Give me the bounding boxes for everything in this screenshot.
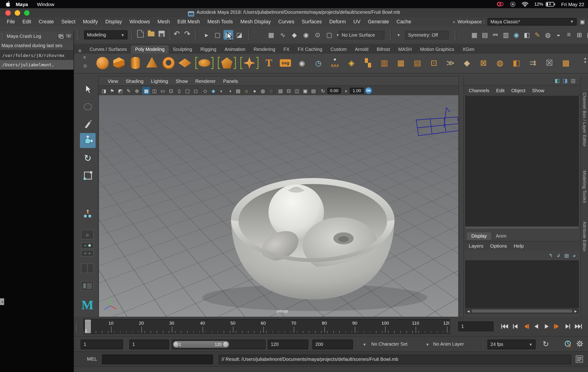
sidebar-tab-modeling-toolkit[interactable]: Modeling Toolkit	[582, 171, 587, 203]
wireframe-on-shaded-icon[interactable]: ◑	[226, 87, 233, 94]
playback-loop-icon[interactable]: ↻	[543, 340, 549, 349]
character-set-selector[interactable]: No Character Set	[371, 341, 408, 347]
snap-view-icon[interactable]: ▢	[324, 30, 334, 40]
poly-cone-icon[interactable]	[145, 56, 159, 70]
hypershade-icon[interactable]: ◉	[511, 30, 521, 40]
layer-horizontal-scrollbar[interactable]: ◀ ▶	[465, 309, 579, 314]
close-window-button[interactable]	[5, 10, 11, 16]
live-surface-field[interactable]: No Live Surface	[339, 31, 384, 40]
shelf-tab-mash[interactable]: MASH	[394, 45, 416, 53]
shelf-tab-motion-graphics[interactable]: Motion Graphics	[416, 45, 458, 53]
channel-box-menu-show[interactable]: Show	[529, 88, 548, 93]
range-slider[interactable]: 1 120	[172, 340, 265, 349]
layer-menu-layers[interactable]: Layers	[465, 243, 487, 248]
range-end-handle[interactable]	[223, 342, 228, 347]
viewport-menu-view[interactable]: View	[104, 78, 122, 84]
poly-disc-icon[interactable]	[197, 56, 211, 70]
close-panel-icon[interactable]: ×	[65, 33, 72, 39]
channel-box-menu-edit[interactable]: Edit	[493, 88, 508, 93]
shelf-tab-animation[interactable]: Animation	[220, 45, 250, 53]
shelf-tab-bifrost[interactable]: Bifrost	[372, 45, 394, 53]
shelf-gear-icon[interactable]: ⊙	[83, 63, 87, 68]
outliner-layout-button[interactable]	[81, 281, 94, 291]
step-forward-frame-button[interactable]	[563, 321, 573, 331]
menu-mesh-display[interactable]: Mesh Display	[237, 19, 274, 24]
two-pane-layout-button[interactable]	[81, 263, 94, 273]
make-live-icon[interactable]: ⊙	[313, 30, 323, 40]
lasso-tool-icon[interactable]	[80, 99, 95, 114]
shelf-tab-rendering[interactable]: Rendering	[249, 45, 279, 53]
lattice-icon[interactable]: ☒	[542, 56, 556, 70]
quad-draw-icon[interactable]: ▩	[559, 56, 573, 70]
menu-mesh-tools[interactable]: Mesh Tools	[204, 19, 237, 24]
auto-keyframe-toggle[interactable]	[576, 340, 584, 348]
image-plane-icon[interactable]: ✎	[125, 87, 132, 94]
gamma-field[interactable]: 1.00	[350, 88, 364, 94]
new-layer-from-selected-icon[interactable]: ◕	[573, 252, 576, 258]
step-back-key-button[interactable]	[521, 321, 531, 331]
menu-mesh[interactable]: Mesh	[154, 19, 174, 24]
screen-share-icon[interactable]	[496, 1, 504, 7]
film-gate-icon[interactable]: ◫	[151, 87, 158, 94]
current-time-field[interactable]: 1	[458, 321, 494, 331]
time-slider-ruler[interactable]: 1 10 20 30 40 50 60 70 80 90 100 110 120	[83, 319, 450, 334]
layer-tab-display[interactable]: Display	[467, 232, 491, 240]
status-group-grip[interactable]	[195, 30, 198, 40]
menu-select[interactable]: Select	[58, 19, 79, 24]
render-current-frame-icon[interactable]: ▤	[480, 30, 490, 40]
poly-torus-icon[interactable]	[161, 56, 176, 70]
bevel-icon[interactable]: ≫	[443, 56, 457, 70]
paint-select-tool-icon[interactable]	[80, 116, 95, 131]
shelf-scroll-arrows[interactable]: ▲▼	[584, 56, 587, 64]
new-scene-icon[interactable]	[137, 30, 144, 37]
status-group-grip[interactable]	[454, 30, 457, 40]
resolution-gate-icon[interactable]: ▭	[159, 87, 167, 94]
wifi-icon[interactable]	[521, 2, 528, 7]
isolate-select-icon[interactable]: ⊟	[285, 87, 292, 94]
shadows-toggle-icon[interactable]: ●	[251, 87, 258, 94]
play-backwards-button[interactable]	[532, 321, 541, 331]
shelf-tab-custom[interactable]: Custom	[326, 45, 351, 53]
scrollbar-thumb[interactable]	[472, 310, 572, 312]
grid-fill-icon[interactable]: ▦	[394, 56, 408, 70]
status-group-grip[interactable]	[248, 30, 251, 40]
extrude-icon[interactable]: ⊡	[427, 56, 441, 70]
use-all-lights-icon[interactable]: ☼	[243, 87, 250, 94]
select-object-icon[interactable]: ▢	[213, 30, 222, 40]
viewport-menu-shading[interactable]: Shading	[122, 78, 147, 84]
select-camera-icon[interactable]: ◨	[100, 87, 108, 94]
snap-align-tool-icon[interactable]	[80, 207, 95, 221]
xray-icon[interactable]: ▧	[277, 87, 284, 94]
wireframe-display-icon[interactable]: ◇	[201, 87, 209, 94]
shelf-tab-arnold[interactable]: Arnold	[351, 45, 372, 53]
channel-sliders-icon[interactable]: ◧	[555, 77, 560, 83]
single-pane-layout-button[interactable]: ◇	[81, 230, 94, 239]
status-group-grip[interactable]	[77, 30, 80, 40]
move-layer-down-icon[interactable]: ↲	[556, 252, 561, 258]
crash-log-title-bar[interactable]: Maya Crash Log ×	[0, 31, 74, 41]
menu-file[interactable]: File	[3, 19, 19, 24]
shelf-hamburger-icon[interactable]: ≡	[83, 55, 86, 60]
safe-action-icon[interactable]: ▢	[184, 87, 191, 94]
crash-log-row-selected[interactable]: /Users/juliabelmont,	[0, 60, 74, 70]
animation-end-field[interactable]: 200	[313, 340, 353, 349]
origin-locator-icon[interactable]: *0,0,0	[328, 56, 342, 70]
ambient-occlusion-icon[interactable]: ◍	[259, 87, 267, 94]
pane-layout-icon[interactable]: ◫	[293, 87, 301, 94]
target-weld-icon[interactable]: ⇉	[526, 56, 540, 70]
poly-cylinder-icon[interactable]	[128, 56, 142, 70]
shelf-tab-poly-modeling[interactable]: Poly Modeling	[131, 45, 168, 53]
snapshot-icon[interactable]: ▤	[310, 87, 317, 94]
menu-curves[interactable]: Curves	[275, 19, 298, 24]
bridge-icon[interactable]: ◆	[460, 56, 474, 70]
ipr-render-icon[interactable]: IPR	[490, 30, 500, 40]
bookmark-icon[interactable]: ◩	[116, 87, 124, 94]
move-tool-icon[interactable]	[80, 133, 95, 148]
separate-icon[interactable]: ▚	[361, 56, 375, 70]
layer-menu-help[interactable]: Help	[510, 243, 527, 248]
snap-to-curve-icon[interactable]: ∿	[278, 30, 288, 40]
save-scene-icon[interactable]	[158, 31, 165, 37]
poly-sphere-icon[interactable]	[95, 56, 110, 70]
menu-generate[interactable]: Generate	[364, 19, 393, 24]
quick-layout-button-a[interactable]: ＋ ◆	[81, 242, 94, 249]
